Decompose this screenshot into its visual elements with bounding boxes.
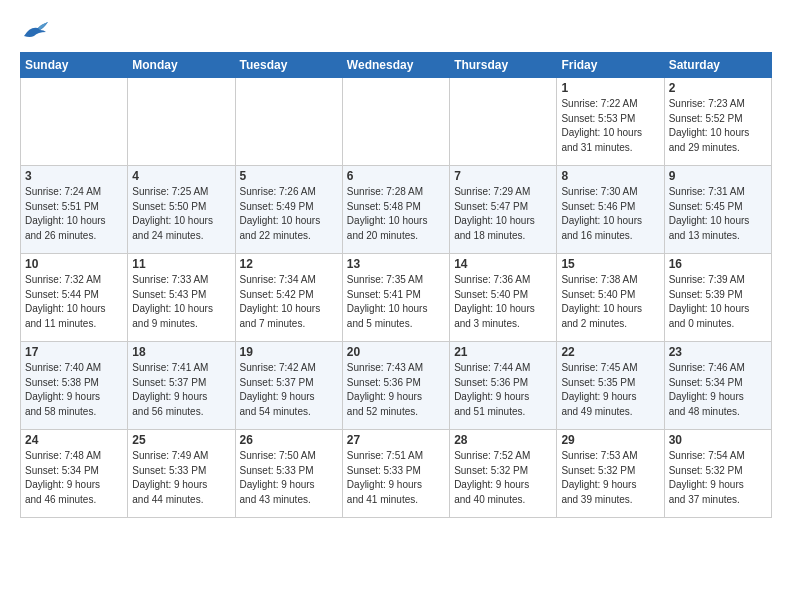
day-number: 21 <box>454 345 552 359</box>
day-number: 14 <box>454 257 552 271</box>
day-number: 20 <box>347 345 445 359</box>
calendar-cell: 12Sunrise: 7:34 AM Sunset: 5:42 PM Dayli… <box>235 254 342 342</box>
day-info: Sunrise: 7:43 AM Sunset: 5:36 PM Dayligh… <box>347 361 445 419</box>
day-number: 27 <box>347 433 445 447</box>
calendar-cell: 4Sunrise: 7:25 AM Sunset: 5:50 PM Daylig… <box>128 166 235 254</box>
calendar-cell: 23Sunrise: 7:46 AM Sunset: 5:34 PM Dayli… <box>664 342 771 430</box>
day-number: 15 <box>561 257 659 271</box>
day-info: Sunrise: 7:40 AM Sunset: 5:38 PM Dayligh… <box>25 361 123 419</box>
calendar-cell <box>128 78 235 166</box>
day-info: Sunrise: 7:42 AM Sunset: 5:37 PM Dayligh… <box>240 361 338 419</box>
day-number: 10 <box>25 257 123 271</box>
col-header-saturday: Saturday <box>664 53 771 78</box>
calendar-cell: 16Sunrise: 7:39 AM Sunset: 5:39 PM Dayli… <box>664 254 771 342</box>
calendar-cell <box>342 78 449 166</box>
day-info: Sunrise: 7:41 AM Sunset: 5:37 PM Dayligh… <box>132 361 230 419</box>
calendar-cell: 20Sunrise: 7:43 AM Sunset: 5:36 PM Dayli… <box>342 342 449 430</box>
calendar-cell: 13Sunrise: 7:35 AM Sunset: 5:41 PM Dayli… <box>342 254 449 342</box>
day-number: 19 <box>240 345 338 359</box>
day-info: Sunrise: 7:49 AM Sunset: 5:33 PM Dayligh… <box>132 449 230 507</box>
calendar-cell: 15Sunrise: 7:38 AM Sunset: 5:40 PM Dayli… <box>557 254 664 342</box>
calendar-cell: 28Sunrise: 7:52 AM Sunset: 5:32 PM Dayli… <box>450 430 557 518</box>
calendar-cell: 14Sunrise: 7:36 AM Sunset: 5:40 PM Dayli… <box>450 254 557 342</box>
calendar-cell: 1Sunrise: 7:22 AM Sunset: 5:53 PM Daylig… <box>557 78 664 166</box>
day-info: Sunrise: 7:30 AM Sunset: 5:46 PM Dayligh… <box>561 185 659 243</box>
logo-bird-icon <box>22 18 50 42</box>
day-number: 30 <box>669 433 767 447</box>
day-info: Sunrise: 7:51 AM Sunset: 5:33 PM Dayligh… <box>347 449 445 507</box>
page: SundayMondayTuesdayWednesdayThursdayFrid… <box>0 0 792 532</box>
week-row-3: 10Sunrise: 7:32 AM Sunset: 5:44 PM Dayli… <box>21 254 772 342</box>
day-info: Sunrise: 7:24 AM Sunset: 5:51 PM Dayligh… <box>25 185 123 243</box>
day-info: Sunrise: 7:48 AM Sunset: 5:34 PM Dayligh… <box>25 449 123 507</box>
calendar-cell: 17Sunrise: 7:40 AM Sunset: 5:38 PM Dayli… <box>21 342 128 430</box>
calendar-cell: 22Sunrise: 7:45 AM Sunset: 5:35 PM Dayli… <box>557 342 664 430</box>
header <box>20 18 772 42</box>
day-info: Sunrise: 7:39 AM Sunset: 5:39 PM Dayligh… <box>669 273 767 331</box>
calendar-table: SundayMondayTuesdayWednesdayThursdayFrid… <box>20 52 772 518</box>
day-number: 3 <box>25 169 123 183</box>
day-info: Sunrise: 7:44 AM Sunset: 5:36 PM Dayligh… <box>454 361 552 419</box>
day-info: Sunrise: 7:38 AM Sunset: 5:40 PM Dayligh… <box>561 273 659 331</box>
logo <box>20 18 50 42</box>
calendar-cell: 3Sunrise: 7:24 AM Sunset: 5:51 PM Daylig… <box>21 166 128 254</box>
col-header-sunday: Sunday <box>21 53 128 78</box>
day-info: Sunrise: 7:32 AM Sunset: 5:44 PM Dayligh… <box>25 273 123 331</box>
calendar-cell <box>235 78 342 166</box>
calendar-cell: 24Sunrise: 7:48 AM Sunset: 5:34 PM Dayli… <box>21 430 128 518</box>
calendar-cell: 9Sunrise: 7:31 AM Sunset: 5:45 PM Daylig… <box>664 166 771 254</box>
calendar-cell: 5Sunrise: 7:26 AM Sunset: 5:49 PM Daylig… <box>235 166 342 254</box>
calendar-cell: 27Sunrise: 7:51 AM Sunset: 5:33 PM Dayli… <box>342 430 449 518</box>
week-row-1: 1Sunrise: 7:22 AM Sunset: 5:53 PM Daylig… <box>21 78 772 166</box>
calendar-cell: 18Sunrise: 7:41 AM Sunset: 5:37 PM Dayli… <box>128 342 235 430</box>
day-info: Sunrise: 7:31 AM Sunset: 5:45 PM Dayligh… <box>669 185 767 243</box>
col-header-friday: Friday <box>557 53 664 78</box>
day-number: 1 <box>561 81 659 95</box>
calendar-cell: 29Sunrise: 7:53 AM Sunset: 5:32 PM Dayli… <box>557 430 664 518</box>
col-header-thursday: Thursday <box>450 53 557 78</box>
day-number: 16 <box>669 257 767 271</box>
day-number: 8 <box>561 169 659 183</box>
calendar-cell: 8Sunrise: 7:30 AM Sunset: 5:46 PM Daylig… <box>557 166 664 254</box>
calendar-cell <box>450 78 557 166</box>
calendar-cell: 2Sunrise: 7:23 AM Sunset: 5:52 PM Daylig… <box>664 78 771 166</box>
day-info: Sunrise: 7:35 AM Sunset: 5:41 PM Dayligh… <box>347 273 445 331</box>
day-info: Sunrise: 7:53 AM Sunset: 5:32 PM Dayligh… <box>561 449 659 507</box>
day-number: 6 <box>347 169 445 183</box>
calendar-cell: 30Sunrise: 7:54 AM Sunset: 5:32 PM Dayli… <box>664 430 771 518</box>
col-header-wednesday: Wednesday <box>342 53 449 78</box>
day-info: Sunrise: 7:22 AM Sunset: 5:53 PM Dayligh… <box>561 97 659 155</box>
day-info: Sunrise: 7:29 AM Sunset: 5:47 PM Dayligh… <box>454 185 552 243</box>
day-number: 17 <box>25 345 123 359</box>
day-info: Sunrise: 7:46 AM Sunset: 5:34 PM Dayligh… <box>669 361 767 419</box>
calendar-cell: 6Sunrise: 7:28 AM Sunset: 5:48 PM Daylig… <box>342 166 449 254</box>
day-number: 5 <box>240 169 338 183</box>
week-row-4: 17Sunrise: 7:40 AM Sunset: 5:38 PM Dayli… <box>21 342 772 430</box>
day-number: 2 <box>669 81 767 95</box>
calendar-cell: 21Sunrise: 7:44 AM Sunset: 5:36 PM Dayli… <box>450 342 557 430</box>
day-info: Sunrise: 7:25 AM Sunset: 5:50 PM Dayligh… <box>132 185 230 243</box>
day-info: Sunrise: 7:33 AM Sunset: 5:43 PM Dayligh… <box>132 273 230 331</box>
day-number: 25 <box>132 433 230 447</box>
week-row-5: 24Sunrise: 7:48 AM Sunset: 5:34 PM Dayli… <box>21 430 772 518</box>
calendar-cell: 7Sunrise: 7:29 AM Sunset: 5:47 PM Daylig… <box>450 166 557 254</box>
day-info: Sunrise: 7:26 AM Sunset: 5:49 PM Dayligh… <box>240 185 338 243</box>
day-number: 24 <box>25 433 123 447</box>
day-number: 11 <box>132 257 230 271</box>
day-number: 29 <box>561 433 659 447</box>
day-number: 22 <box>561 345 659 359</box>
day-info: Sunrise: 7:23 AM Sunset: 5:52 PM Dayligh… <box>669 97 767 155</box>
day-info: Sunrise: 7:50 AM Sunset: 5:33 PM Dayligh… <box>240 449 338 507</box>
calendar-cell: 10Sunrise: 7:32 AM Sunset: 5:44 PM Dayli… <box>21 254 128 342</box>
calendar-cell: 25Sunrise: 7:49 AM Sunset: 5:33 PM Dayli… <box>128 430 235 518</box>
col-header-monday: Monday <box>128 53 235 78</box>
col-header-tuesday: Tuesday <box>235 53 342 78</box>
day-number: 12 <box>240 257 338 271</box>
day-number: 7 <box>454 169 552 183</box>
calendar-cell: 26Sunrise: 7:50 AM Sunset: 5:33 PM Dayli… <box>235 430 342 518</box>
day-info: Sunrise: 7:34 AM Sunset: 5:42 PM Dayligh… <box>240 273 338 331</box>
week-row-2: 3Sunrise: 7:24 AM Sunset: 5:51 PM Daylig… <box>21 166 772 254</box>
day-number: 18 <box>132 345 230 359</box>
calendar-cell: 11Sunrise: 7:33 AM Sunset: 5:43 PM Dayli… <box>128 254 235 342</box>
day-number: 4 <box>132 169 230 183</box>
